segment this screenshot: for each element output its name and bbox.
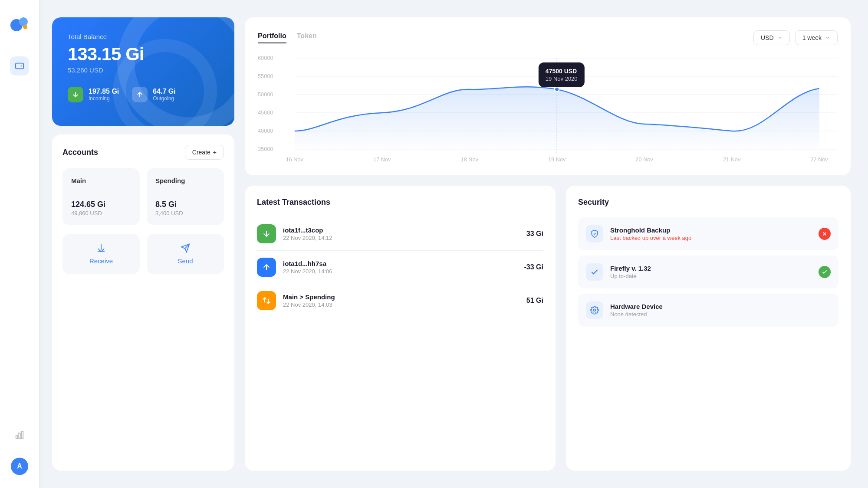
right-panel: Portfolio Token USD 1 week [245,17,851,471]
transaction-item: iota1d...hh7sa 22 Nov 2020, 14:06 -33 Gi [257,251,543,284]
hardware-status: None detected [610,311,812,318]
tx-address-1: iota1f...t3cop [283,226,519,234]
account-amount-spending: 8.5 Gi [155,200,215,209]
chart-tabs: Portfolio Token [258,32,317,43]
tx-details-1: iota1f...t3cop 22 Nov 2020, 14:12 [283,226,519,241]
svg-text:21 Nov: 21 Nov [723,157,741,163]
security-item-stronghold: Stronghold Backup Last backed up over a … [578,217,838,250]
tx-amount-2: -33 Gi [524,263,543,271]
send-icon [181,243,190,253]
receive-button[interactable]: Receive [62,234,140,274]
hardware-icon-container [586,301,603,319]
sidebar-item-analytics[interactable] [10,426,29,445]
gear-icon [590,306,599,314]
accounts-title: Accounts [62,148,98,157]
account-cards: Main 124.65 Gi 49,860 USD Spending 8.5 G… [62,168,224,225]
outgoing-details: 64.7 Gi Outgoing [153,88,175,102]
firefly-details: Firefly v. 1.32 Up to-date [610,265,812,279]
svg-text:16 Nov: 16 Nov [286,157,304,163]
period-select[interactable]: 1 week [795,30,838,45]
send-button[interactable]: Send [147,234,224,274]
account-card-spending[interactable]: Spending 8.5 Gi 3,400 USD [147,168,224,225]
firefly-badge [819,266,831,278]
currency-select[interactable]: USD [753,30,790,45]
stronghold-badge [819,228,831,240]
incoming-flow: 197.85 Gi Incoming [68,87,119,102]
chart-controls: USD 1 week [753,30,838,45]
svg-text:40000: 40000 [258,128,273,134]
chevron-down-icon-2 [825,35,830,40]
svg-rect-5 [19,433,20,439]
svg-text:22 Nov: 22 Nov [810,157,828,163]
tx-address-3: Main > Spending [283,293,519,301]
transaction-item: Main > Spending 22 Nov 2020, 14:03 51 Gi [257,284,543,317]
stronghold-name: Stronghold Backup [610,226,812,234]
incoming-icon [68,87,83,102]
outgoing-icon [132,87,148,102]
transactions-title: Latest Transactions [257,198,543,207]
arrow-down-icon [262,229,271,238]
chart-area: 47500 USD 19 Nov 2020 60000 55000 50000 … [258,54,838,167]
stronghold-icon-container [586,225,603,242]
shield-icon [590,229,599,238]
tab-portfolio[interactable]: Portfolio [258,32,286,43]
tooltip-date: 19 Nov 2020 [546,75,578,82]
tx-amount-3: 51 Gi [526,297,543,305]
balance-label: Total Balance [68,33,219,40]
chevron-down-icon [777,35,783,40]
firefly-name: Firefly v. 1.32 [610,265,812,272]
check-circle-icon [822,269,828,275]
account-name-spending: Spending [155,177,215,184]
main-content: Total Balance 133.15 Gi 53,260 USD 197.8… [39,0,868,488]
outgoing-amount: 64.7 Gi [153,88,175,95]
sidebar-item-wallet[interactable] [10,56,29,75]
svg-text:55000: 55000 [258,73,273,79]
tx-date-1: 22 Nov 2020, 14:12 [283,235,519,241]
tx-address-2: iota1d...hh7sa [283,260,517,267]
accounts-header: Accounts Create + [62,145,224,160]
tab-token[interactable]: Token [297,32,317,43]
svg-text:17 Nov: 17 Nov [373,157,391,163]
security-title: Security [578,198,838,207]
firefly-status: Up to-date [610,273,812,279]
user-avatar[interactable]: A [11,458,28,475]
svg-text:20 Nov: 20 Nov [636,157,654,163]
stronghold-status: Last backed up over a week ago [610,235,812,241]
tx-icon-transfer [257,291,276,310]
security-item-firefly: Firefly v. 1.32 Up to-date [578,255,838,288]
svg-point-28 [594,309,596,311]
sidebar: A [0,0,39,488]
balance-usd: 53,260 USD [68,66,219,74]
svg-text:19 Nov: 19 Nov [548,157,566,163]
svg-text:45000: 45000 [258,110,273,116]
create-account-button[interactable]: Create + [185,145,224,160]
arrow-up-icon [262,263,271,272]
chart-header: Portfolio Token USD 1 week [258,30,838,45]
hardware-details: Hardware Device None detected [610,303,812,318]
account-name-main: Main [71,177,131,184]
svg-point-2 [23,25,27,29]
svg-text:60000: 60000 [258,55,273,61]
balance-card: Total Balance 133.15 Gi 53,260 USD 197.8… [52,17,234,126]
svg-rect-6 [22,432,23,439]
security-panel: Security Stronghold Backup Last backed u… [566,186,851,471]
transaction-item: iota1f...t3cop 22 Nov 2020, 14:12 33 Gi [257,217,543,251]
tx-date-2: 22 Nov 2020, 14:06 [283,268,517,275]
hardware-name: Hardware Device [610,303,812,310]
chart-section: Portfolio Token USD 1 week [245,17,851,175]
check-icon [590,268,599,276]
hardware-badge [819,304,831,316]
account-card-main[interactable]: Main 124.65 Gi 49,860 USD [62,168,140,225]
svg-text:18 Nov: 18 Nov [461,157,479,163]
alert-icon [822,231,828,237]
balance-flows: 197.85 Gi Incoming 64.7 Gi Outgoing [68,87,219,102]
tx-details-2: iota1d...hh7sa 22 Nov 2020, 14:06 [283,260,517,275]
incoming-label: Incoming [89,95,119,102]
svg-text:50000: 50000 [258,92,273,98]
outgoing-flow: 64.7 Gi Outgoing [132,87,175,102]
incoming-details: 197.85 Gi Incoming [89,88,119,102]
svg-point-27 [555,87,559,92]
tx-icon-outgoing [257,258,276,277]
svg-text:35000: 35000 [258,146,273,152]
bottom-panels: Latest Transactions iota1f...t3cop 22 No… [245,186,851,471]
